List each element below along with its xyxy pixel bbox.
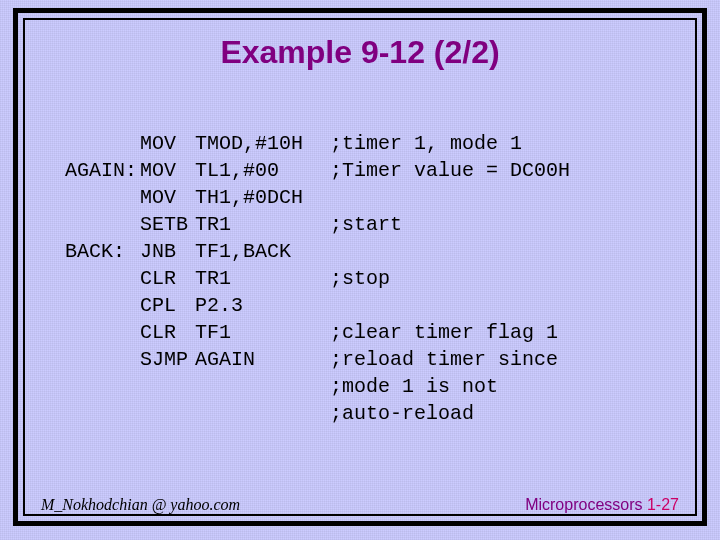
code-row: ;auto-reload bbox=[65, 400, 570, 427]
code-label bbox=[65, 400, 140, 427]
code-operands: TL1,#00 bbox=[195, 157, 330, 184]
code-operands: AGAIN bbox=[195, 346, 330, 373]
assembly-code-block: MOVTMOD,#10H;timer 1, mode 1AGAIN:MOVTL1… bbox=[65, 130, 570, 427]
code-row: AGAIN:MOVTL1,#00;Timer value = DC00H bbox=[65, 157, 570, 184]
code-operands: TF1,BACK bbox=[195, 238, 330, 265]
slide-outer-border: Example 9-12 (2/2) MOVTMOD,#10H;timer 1,… bbox=[13, 8, 707, 526]
slide-title: Example 9-12 (2/2) bbox=[25, 34, 695, 71]
code-row: CLRTF1;clear timer flag 1 bbox=[65, 319, 570, 346]
code-opcode: MOV bbox=[140, 130, 195, 157]
code-row: BACK:JNBTF1,BACK bbox=[65, 238, 570, 265]
code-operands bbox=[195, 373, 330, 400]
code-label bbox=[65, 373, 140, 400]
code-row: SJMPAGAIN;reload timer since bbox=[65, 346, 570, 373]
code-row: CLRTR1;stop bbox=[65, 265, 570, 292]
code-row: MOVTMOD,#10H;timer 1, mode 1 bbox=[65, 130, 570, 157]
code-operands bbox=[195, 400, 330, 427]
code-label bbox=[65, 211, 140, 238]
code-comment: ;Timer value = DC00H bbox=[330, 157, 570, 184]
code-operands: TR1 bbox=[195, 265, 330, 292]
code-opcode: MOV bbox=[140, 184, 195, 211]
code-label bbox=[65, 319, 140, 346]
code-opcode: SJMP bbox=[140, 346, 195, 373]
footer-page-label: Microprocessors 1-27 bbox=[525, 496, 679, 514]
code-operands: TH1,#0DCH bbox=[195, 184, 330, 211]
footer-page-number: 1-27 bbox=[647, 496, 679, 513]
code-comment: ;mode 1 is not bbox=[330, 373, 498, 400]
code-opcode: CPL bbox=[140, 292, 195, 319]
code-row: MOVTH1,#0DCH bbox=[65, 184, 570, 211]
code-label bbox=[65, 130, 140, 157]
code-comment: ;clear timer flag 1 bbox=[330, 319, 558, 346]
code-comment: ;stop bbox=[330, 265, 390, 292]
code-operands: P2.3 bbox=[195, 292, 330, 319]
code-comment: ;timer 1, mode 1 bbox=[330, 130, 522, 157]
code-label bbox=[65, 346, 140, 373]
code-opcode: CLR bbox=[140, 265, 195, 292]
code-opcode: CLR bbox=[140, 319, 195, 346]
code-label: AGAIN: bbox=[65, 157, 140, 184]
code-label: BACK: bbox=[65, 238, 140, 265]
code-label bbox=[65, 292, 140, 319]
footer-email: M_Nokhodchian @ yahoo.com bbox=[41, 496, 240, 514]
code-label bbox=[65, 265, 140, 292]
code-label bbox=[65, 184, 140, 211]
code-opcode bbox=[140, 400, 195, 427]
code-operands: TR1 bbox=[195, 211, 330, 238]
code-comment: ;start bbox=[330, 211, 402, 238]
code-opcode bbox=[140, 373, 195, 400]
code-comment: ;reload timer since bbox=[330, 346, 558, 373]
slide-inner-border: Example 9-12 (2/2) MOVTMOD,#10H;timer 1,… bbox=[23, 18, 697, 516]
footer-course-name: Microprocessors bbox=[525, 496, 647, 513]
code-row: CPLP2.3 bbox=[65, 292, 570, 319]
code-opcode: JNB bbox=[140, 238, 195, 265]
code-comment: ;auto-reload bbox=[330, 400, 474, 427]
code-operands: TF1 bbox=[195, 319, 330, 346]
code-opcode: MOV bbox=[140, 157, 195, 184]
code-row: ;mode 1 is not bbox=[65, 373, 570, 400]
code-opcode: SETB bbox=[140, 211, 195, 238]
code-operands: TMOD,#10H bbox=[195, 130, 330, 157]
code-row: SETBTR1;start bbox=[65, 211, 570, 238]
